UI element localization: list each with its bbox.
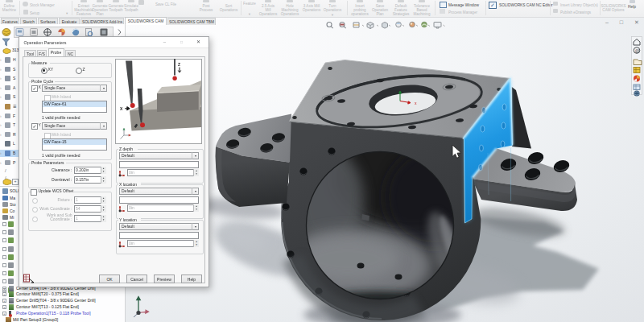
svg-text:Z: Z [178,62,180,67]
svg-text:@: @ [635,48,640,53]
svg-text:X: X [120,106,123,111]
